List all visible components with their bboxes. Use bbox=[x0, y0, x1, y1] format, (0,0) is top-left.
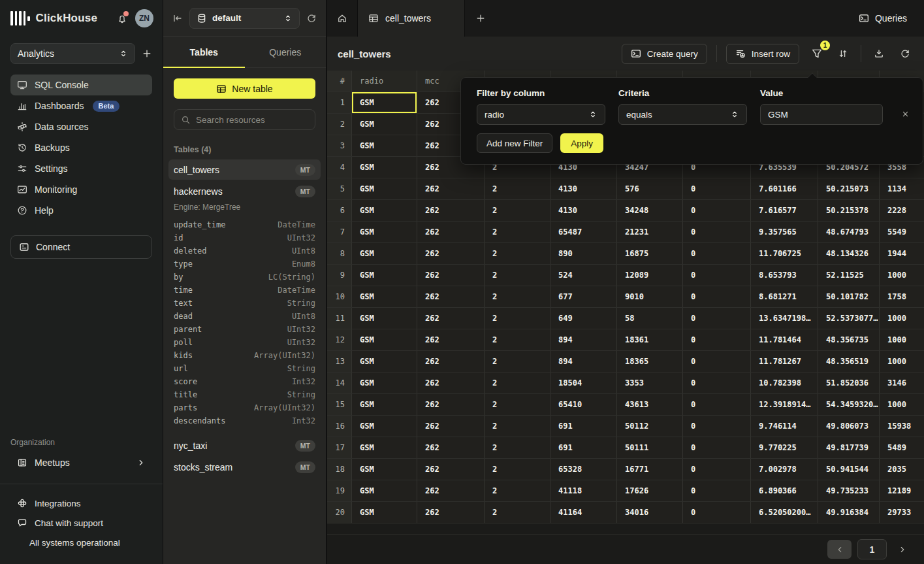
grid-cell[interactable]: 13 bbox=[327, 351, 352, 372]
grid-cell[interactable]: 48.134326 bbox=[818, 243, 880, 264]
grid-cell[interactable]: 2 bbox=[485, 351, 550, 372]
grid-cell[interactable]: 49.916384 bbox=[818, 502, 880, 523]
grid-cell[interactable]: 12189 bbox=[880, 480, 924, 501]
grid-cell[interactable]: 10.782398 bbox=[751, 373, 818, 393]
grid-cell[interactable]: 8 bbox=[327, 243, 352, 264]
download-button[interactable] bbox=[870, 45, 887, 62]
grid-cell[interactable]: 2 bbox=[485, 200, 550, 221]
sidebar-item-dashboards[interactable]: DashboardsBeta bbox=[10, 95, 152, 116]
grid-cell[interactable]: GSM bbox=[352, 373, 417, 393]
grid-cell[interactable]: 18 bbox=[327, 459, 352, 480]
grid-cell[interactable]: 0 bbox=[683, 329, 751, 350]
grid-cell[interactable]: 50.101782 bbox=[818, 286, 880, 307]
grid-cell[interactable]: 7.002978 bbox=[751, 459, 818, 480]
grid-cell[interactable]: 0 bbox=[683, 308, 751, 329]
grid-cell[interactable]: 10 bbox=[327, 286, 352, 307]
grid-cell[interactable]: 50.215073 bbox=[818, 178, 880, 199]
grid-cell[interactable]: 8.681271 bbox=[751, 286, 818, 307]
grid-cell[interactable]: 0 bbox=[683, 222, 751, 242]
grid-cell[interactable]: 262 bbox=[417, 394, 485, 415]
avatar[interactable]: ZN bbox=[135, 9, 153, 27]
next-page-button[interactable] bbox=[893, 540, 912, 559]
collapse-sidebar-icon[interactable] bbox=[172, 13, 183, 24]
grid-cell[interactable]: 18365 bbox=[617, 351, 683, 372]
grid-cell[interactable]: GSM bbox=[352, 308, 417, 329]
grid-cell[interactable]: 51.852036 bbox=[818, 373, 880, 393]
grid-cell[interactable]: 50111 bbox=[617, 437, 683, 458]
grid-cell[interactable]: GSM bbox=[352, 416, 417, 437]
grid-cell[interactable]: 34016 bbox=[617, 502, 683, 523]
grid-cell[interactable]: GSM bbox=[352, 200, 417, 221]
grid-cell[interactable]: 11.781464 bbox=[751, 329, 818, 350]
grid-cell[interactable]: 5 bbox=[327, 178, 352, 199]
grid-cell[interactable]: 2035 bbox=[880, 459, 924, 480]
grid-cell[interactable]: 21231 bbox=[617, 222, 683, 242]
grid-cell[interactable]: 52.5373077… bbox=[818, 308, 880, 329]
grid-cell[interactable]: 0 bbox=[683, 502, 751, 523]
grid-cell[interactable]: GSM bbox=[352, 459, 417, 480]
grid-cell[interactable]: 48.356735 bbox=[818, 329, 880, 350]
grid-cell[interactable]: 0 bbox=[683, 178, 751, 199]
tab-cell-towers[interactable]: cell_towers bbox=[358, 0, 465, 37]
sidebar-item-integrations[interactable]: Integrations bbox=[10, 493, 152, 513]
grid-cell[interactable]: 2 bbox=[485, 459, 550, 480]
grid-cell[interactable]: 1000 bbox=[880, 265, 924, 286]
grid-cell[interactable]: 15 bbox=[327, 394, 352, 415]
grid-cell[interactable]: 9 bbox=[327, 265, 352, 286]
grid-cell[interactable]: 11.706725 bbox=[751, 243, 818, 264]
grid-cell[interactable]: GSM bbox=[352, 157, 417, 178]
grid-cell[interactable]: 1134 bbox=[880, 178, 924, 199]
grid-cell[interactable]: 691 bbox=[550, 416, 617, 437]
grid-cell[interactable]: 11.781267 bbox=[751, 351, 818, 372]
refresh-tables-icon[interactable] bbox=[306, 13, 317, 24]
sidebar-item-backups[interactable]: Backups bbox=[10, 137, 152, 158]
grid-cell[interactable]: GSM bbox=[352, 351, 417, 372]
sidebar-item-chat-with-support[interactable]: Chat with support bbox=[10, 513, 152, 533]
grid-cell[interactable]: 262 bbox=[417, 329, 485, 350]
sidebar-item-data-sources[interactable]: Data sources bbox=[10, 116, 152, 137]
grid-cell[interactable]: 262 bbox=[417, 480, 485, 501]
grid-cell[interactable]: 16 bbox=[327, 416, 352, 437]
queries-button[interactable]: Queries bbox=[842, 0, 924, 37]
grid-cell[interactable]: 2 bbox=[485, 394, 550, 415]
add-workspace-button[interactable] bbox=[142, 48, 152, 59]
grid-cell[interactable]: 16771 bbox=[617, 459, 683, 480]
grid-cell[interactable]: 0 bbox=[683, 394, 751, 415]
grid-cell[interactable]: 18504 bbox=[550, 373, 617, 393]
sidebar-item-settings[interactable]: Settings bbox=[10, 158, 152, 179]
grid-cell[interactable]: 2228 bbox=[880, 200, 924, 221]
filter-column-select[interactable]: radio bbox=[477, 104, 605, 125]
add-new-filter-button[interactable]: Add new Filter bbox=[477, 133, 552, 153]
grid-cell[interactable]: 262 bbox=[417, 437, 485, 458]
grid-cell[interactable]: 41118 bbox=[550, 480, 617, 501]
grid-cell[interactable]: 11 bbox=[327, 308, 352, 329]
table-item-nyc_taxi[interactable]: nyc_taxi MT bbox=[168, 435, 321, 456]
grid-cell[interactable]: 12 bbox=[327, 329, 352, 350]
connect-button[interactable]: Connect bbox=[10, 235, 152, 259]
insert-row-button[interactable]: Insert row bbox=[726, 44, 799, 64]
grid-cell[interactable]: GSM bbox=[352, 114, 417, 135]
grid-cell[interactable]: 34248 bbox=[617, 200, 683, 221]
grid-cell[interactable]: 29733 bbox=[880, 502, 924, 523]
grid-cell[interactable]: GSM bbox=[352, 502, 417, 523]
grid-cell[interactable]: 2 bbox=[485, 502, 550, 523]
grid-cell[interactable]: 9010 bbox=[617, 286, 683, 307]
grid-cell[interactable]: 4130 bbox=[550, 178, 617, 199]
grid-cell[interactable]: 0 bbox=[683, 480, 751, 501]
grid-cell[interactable]: 2 bbox=[485, 416, 550, 437]
grid-cell[interactable]: 2 bbox=[327, 114, 352, 135]
new-tab-button[interactable] bbox=[465, 0, 496, 37]
grid-cell[interactable]: 9.746114 bbox=[751, 416, 818, 437]
grid-cell[interactable]: 9.770225 bbox=[751, 437, 818, 458]
grid-cell[interactable]: 65487 bbox=[550, 222, 617, 242]
grid-cell[interactable]: 4130 bbox=[550, 200, 617, 221]
table-item-stocks_stream[interactable]: stocks_stream MT bbox=[168, 457, 321, 477]
sidebar-item-monitoring[interactable]: Monitoring bbox=[10, 179, 152, 200]
grid-cell[interactable]: 524 bbox=[550, 265, 617, 286]
grid-cell[interactable]: 0 bbox=[683, 416, 751, 437]
grid-cell[interactable]: 677 bbox=[550, 286, 617, 307]
prev-page-button[interactable] bbox=[827, 540, 852, 559]
database-select[interactable]: default bbox=[189, 8, 300, 29]
explorer-tab-queries[interactable]: Queries bbox=[245, 37, 327, 67]
grid-cell[interactable]: 6.52050200… bbox=[751, 502, 818, 523]
